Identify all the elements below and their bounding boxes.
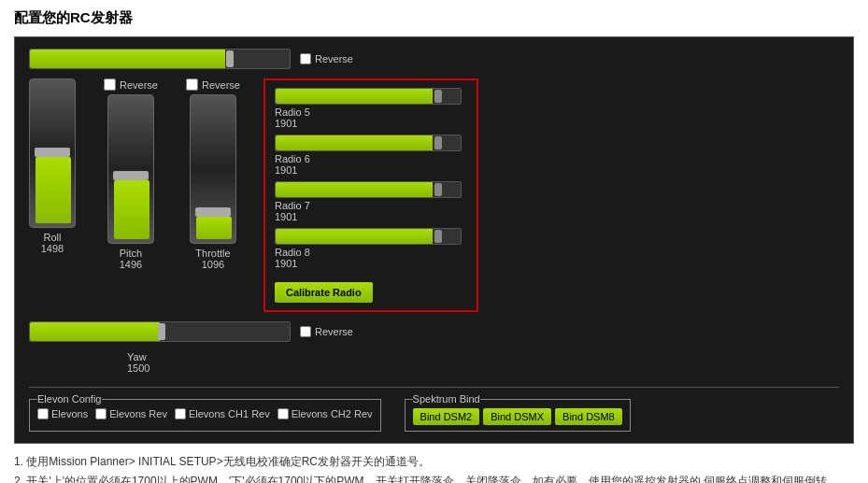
radio6-bar <box>275 135 462 151</box>
calibrate-radio-button[interactable]: Calibrate Radio <box>275 282 373 303</box>
elevons-label: Elevons <box>51 408 88 419</box>
elevon-config-legend: Elevon Config <box>37 393 102 405</box>
yaw-h-bar-thumb <box>158 323 165 340</box>
elevons-ch1rev-checkbox[interactable] <box>175 408 186 419</box>
radio8-thumb <box>434 230 442 243</box>
radio8-bar <box>275 228 462 245</box>
radio6-row: Radio 6 1901 <box>275 135 467 176</box>
throttle-reverse-input[interactable] <box>186 78 198 91</box>
pitch-reverse-label: Reverse <box>120 79 158 91</box>
top-h-bar <box>29 49 291 69</box>
elevon-config-fieldset: Elevon Config Elevons Elevons Rev Elevon… <box>29 393 381 432</box>
yaw-h-bar <box>29 321 291 342</box>
elevon-checkboxes: Elevons Elevons Rev Elevons CH1 Rev Elev… <box>37 408 373 419</box>
top-bar-row: Reverse <box>29 49 839 69</box>
radio7-fill <box>276 182 433 197</box>
pitch-fill <box>114 180 149 239</box>
throttle-fill <box>196 217 232 239</box>
radio6-thumb <box>434 136 442 149</box>
radio-channels-panel: Radio 5 1901 Radio 6 1901 <box>263 78 478 312</box>
radio8-label: Radio 8 1901 <box>275 247 467 269</box>
throttle-reverse-row: Reverse <box>186 78 240 91</box>
top-reverse-label: Reverse <box>315 53 353 64</box>
roll-label: Roll 1498 <box>41 232 64 254</box>
radio8-row: Radio 8 1901 <box>275 228 467 269</box>
elevons-checkbox[interactable] <box>37 408 49 419</box>
instruction-2: 2. 开关'上'的位置必须在1700以上的PWM，'下'必须在1700以下的PW… <box>14 473 854 483</box>
throttle-slider <box>190 94 236 244</box>
page-container: 配置您的RC发射器 Reverse Roll <box>0 0 868 483</box>
top-reverse-input[interactable] <box>300 53 311 64</box>
spektrum-buttons: Bind DSM2 Bind DSMX Bind DSM8 <box>413 408 622 425</box>
pitch-slider-col: Reverse Pitch 1496 <box>104 78 158 270</box>
throttle-label: Throttle 1096 <box>195 248 230 270</box>
top-reverse-checkbox: Reverse <box>300 53 353 64</box>
radio5-fill <box>276 89 433 104</box>
radio7-row: Radio 7 1901 <box>275 181 467 222</box>
spektrum-bind-legend: Spektrum Bind <box>413 393 480 405</box>
roll-slider-col: Roll 1498 <box>29 78 76 254</box>
elevons-rev-label: Elevons Rev <box>109 408 167 419</box>
bottom-bar-row: Reverse <box>29 321 839 342</box>
rc-panel: Reverse Roll 1498 Reverse <box>14 36 854 444</box>
yaw-label: Yaw 1500 <box>38 351 839 374</box>
bind-dsm8-button[interactable]: Bind DSM8 <box>555 408 622 425</box>
pitch-label: Pitch 1496 <box>120 248 142 270</box>
yaw-h-bar-fill <box>30 322 160 341</box>
pitch-slider <box>107 94 154 244</box>
elevons-ch2rev-checkbox[interactable] <box>277 408 289 419</box>
roll-fill <box>36 157 71 223</box>
radio5-row: Radio 5 1901 <box>275 88 467 129</box>
instructions: 1. 使用Mission Planner> INITIAL SETUP>无线电校… <box>14 453 854 483</box>
instruction-1: 1. 使用Mission Planner> INITIAL SETUP>无线电校… <box>14 453 854 471</box>
bind-dsm2-button[interactable]: Bind DSM2 <box>413 408 480 425</box>
bind-dsmx-button[interactable]: Bind DSMX <box>483 408 551 425</box>
elevons-rev-checkbox-item: Elevons Rev <box>95 408 167 419</box>
pitch-reverse-input[interactable] <box>104 78 116 91</box>
radio5-label: Radio 5 1901 <box>275 107 467 129</box>
throttle-thumb <box>195 207 231 217</box>
page-title: 配置您的RC发射器 <box>14 9 854 27</box>
elevons-checkbox-item: Elevons <box>37 408 88 419</box>
radio5-bar <box>275 88 462 105</box>
config-sections: Elevon Config Elevons Elevons Rev Elevon… <box>29 387 839 432</box>
throttle-slider-col: Reverse Throttle 1096 <box>186 78 240 270</box>
top-h-bar-fill <box>30 50 225 68</box>
elevons-rev-checkbox[interactable] <box>95 408 107 419</box>
radio7-bar <box>275 181 462 198</box>
yaw-reverse-label: Reverse <box>315 326 353 337</box>
elevons-ch2rev-label: Elevons CH2 Rev <box>292 408 373 419</box>
roll-thumb <box>35 148 70 157</box>
radio6-label: Radio 6 1901 <box>275 153 467 176</box>
radio8-fill <box>276 229 433 244</box>
pitch-reverse-row: Reverse <box>104 78 158 91</box>
top-h-bar-thumb <box>226 50 234 67</box>
radio5-thumb <box>434 90 442 103</box>
roll-slider <box>29 78 76 228</box>
elevons-ch1rev-checkbox-item: Elevons CH1 Rev <box>175 408 270 419</box>
yaw-reverse-input[interactable] <box>300 326 311 337</box>
throttle-reverse-label: Reverse <box>202 79 240 91</box>
radio6-fill <box>276 135 433 150</box>
calibrate-btn-container: Calibrate Radio <box>275 278 467 303</box>
yaw-reverse-checkbox: Reverse <box>300 326 353 337</box>
radio7-thumb <box>434 183 442 196</box>
elevons-ch1rev-label: Elevons CH1 Rev <box>189 408 270 419</box>
main-area: Roll 1498 Reverse Pitch 1496 <box>29 78 839 312</box>
spektrum-bind-fieldset: Spektrum Bind Bind DSM2 Bind DSMX Bind D… <box>405 393 631 432</box>
elevons-ch2rev-checkbox-item: Elevons CH2 Rev <box>277 408 373 419</box>
pitch-thumb <box>113 171 149 180</box>
radio7-label: Radio 7 1901 <box>275 200 467 222</box>
